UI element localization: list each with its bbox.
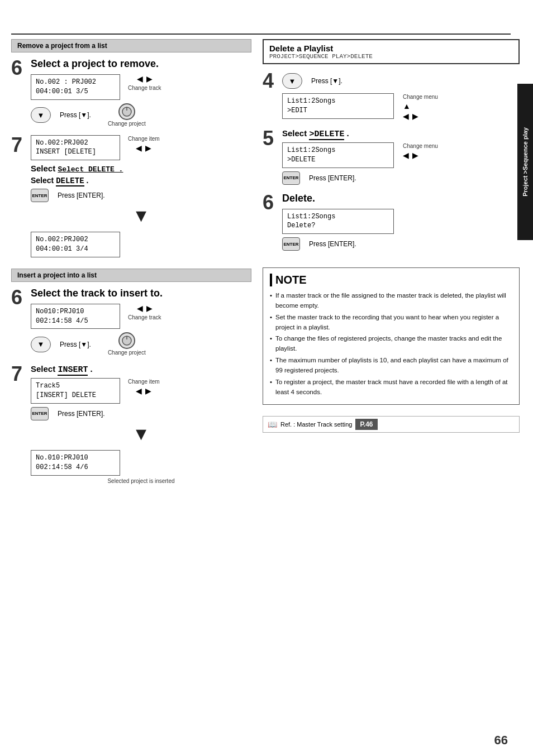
step6-press-label: Press [▼]. <box>60 111 91 119</box>
right-arrow-icon: ▶ <box>146 74 153 83</box>
step6-nav-arrows: ◀ ▶ <box>137 74 153 83</box>
step5-enter-row: ENTER Press [ENTER]. <box>282 171 520 185</box>
step6-num: 6 <box>11 58 22 78</box>
right-arrow6-icon: ▶ <box>412 151 418 160</box>
lcd-r3-l1: No.002:PRJ002 <box>36 235 115 245</box>
step4-menu: Change menu ▲ ◀ ▶ <box>403 93 438 121</box>
step6-content: Select a project to remove. No.002 : PRJ… <box>31 58 251 127</box>
enter-btn-4[interactable]: ENTER <box>282 237 300 251</box>
delete-label-text: Select DELETE . <box>58 165 123 174</box>
sidebar-tab: Project >Sequence play <box>517 84 533 240</box>
lcd-del-3: List1:2Songs Delete? <box>282 209 394 235</box>
down-arrow2-icon: ▼ <box>37 340 45 348</box>
step5-press-enter: Press [ENTER]. <box>309 174 356 182</box>
big-arrow-1: ▼ <box>31 205 251 226</box>
arrow-down-btn-3[interactable]: ▼ <box>282 73 302 89</box>
note-item-3: To change the files of registered projec… <box>270 334 512 354</box>
step4-lr-nav: ◀ ▶ <box>403 112 418 121</box>
main-content: Remove a project from a list 6 Select a … <box>11 39 511 745</box>
lcd-r2-l1: No.002:PRJ002 <box>36 138 115 148</box>
lcd-ins-l1: No010:PRJ010 <box>36 307 115 317</box>
change-project-ins-label: Change project <box>108 349 146 356</box>
step5-num: 5 <box>263 128 274 149</box>
dial-ins-control: Change project <box>108 332 146 356</box>
step6-ins-press-row: ▼ Press [▼]. Change project <box>31 332 251 356</box>
enter-btn-1[interactable]: ENTER <box>31 189 49 202</box>
lcd-ins3-l2: 002:14:58 4/6 <box>36 463 115 472</box>
step6-remove: 6 Select a project to remove. No.002 : P… <box>11 58 251 127</box>
lcd-d1-l1: List1:2Songs <box>287 97 389 106</box>
step7-row1: No.002:PRJ002 INSERT [DELETE] Change ite… <box>31 135 251 161</box>
note-section: NOTE If a master track or the file assig… <box>263 267 520 405</box>
step6-insert: 6 Select the track to insert to. No010:P… <box>11 288 251 357</box>
right-arrow5-icon: ▶ <box>412 112 418 121</box>
dial-control: Change project <box>108 103 146 127</box>
note-item-2: Set the master track to the recording th… <box>270 313 512 333</box>
page-number: 66 <box>494 733 508 748</box>
down-arrow-icon: ▼ <box>37 111 45 119</box>
left-arrow5-icon: ◀ <box>403 112 409 121</box>
step6-r-title: Delete. <box>282 193 520 204</box>
lcd-r2-l2: INSERT [DELETE] <box>36 147 115 157</box>
enter-btn-2[interactable]: ENTER <box>31 407 49 420</box>
lcd-ins-l2: 002:14:58 4/5 <box>36 317 115 326</box>
left-arrow4-icon: ◀ <box>136 386 142 395</box>
lcd-d3-l1: List1:2Songs <box>287 212 389 222</box>
playlist-title: Delete a Playlist <box>269 44 513 53</box>
step7-num: 7 <box>11 135 22 155</box>
step6-ins-content: Select the track to insert to. No010:PRJ… <box>31 288 251 357</box>
step5-lcd-row: List1:2Songs >DELETE Change menu ◀ ▶ <box>282 142 520 168</box>
step7-ins-enter-row: ENTER Press [ENTER]. <box>31 407 251 420</box>
step7-ins-num: 7 <box>11 364 22 384</box>
change-item-ins-label: Change item <box>128 378 160 385</box>
right-arrow3-icon: ▶ <box>146 304 153 313</box>
step7-insert: 7 Select INSERT . Track5 [INSERT] DELETE… <box>11 364 251 484</box>
step4-num: 4 <box>263 71 274 91</box>
sidebar-label: Project >Sequence play <box>522 127 529 197</box>
lcd-del-2: List1:2Songs >DELETE <box>282 142 394 168</box>
change-menu-2: Change menu <box>403 142 438 150</box>
note-title: NOTE <box>270 274 512 286</box>
step5-select: Select >DELETE . <box>282 128 520 139</box>
change-track-ins-label: Change track <box>128 314 161 321</box>
top-divider <box>11 34 511 35</box>
right-column: Delete a Playlist PROJECT>SEQUENCE PLAY>… <box>263 39 520 433</box>
dial-icon[interactable] <box>118 103 135 120</box>
section2-header: Insert a project into a list <box>11 269 251 282</box>
arrow-down-btn-1[interactable]: ▼ <box>31 107 51 123</box>
left-arrow3-icon: ◀ <box>137 304 143 313</box>
ref-book-icon: 📖 <box>268 420 277 429</box>
arrow-down-btn-2[interactable]: ▼ <box>31 337 51 352</box>
step7-remove: 7 No.002:PRJ002 INSERT [DELETE] Change i… <box>11 135 251 257</box>
step5-content: Select >DELETE . List1:2Songs >DELETE Ch… <box>282 128 520 185</box>
lcd-del-1: List1:2Songs >EDIT <box>282 93 394 119</box>
lcd-ins-3: No.010:PRJ010 002:14:58 4/6 <box>31 450 120 476</box>
step6-ins-title: Select the track to insert to. <box>31 288 251 299</box>
left-arrow6-icon: ◀ <box>403 151 409 160</box>
note-item-5: To register a project, the master track … <box>270 377 512 398</box>
page-container: Project >Sequence play Remove a project … <box>0 0 533 756</box>
step6-press-row: ▼ Press [▼]. Change project <box>31 103 251 127</box>
left-arrow2-icon: ◀ <box>136 143 142 152</box>
dial-ins-icon[interactable] <box>118 332 135 349</box>
step7-controls: Change item ◀ ▶ <box>128 135 160 152</box>
lcd-remove-1: No.002 : PRJ002 004:00:01 3/5 <box>31 74 120 100</box>
step6-title: Select a project to remove. <box>31 58 251 70</box>
enter-btn-3[interactable]: ENTER <box>282 171 300 185</box>
step5-right: 5 Select >DELETE . List1:2Songs >DELETE … <box>263 128 520 185</box>
step6-r-enter-row: ENTER Press [ENTER]. <box>282 237 520 251</box>
step6-controls: ◀ ▶ Change track <box>128 74 161 92</box>
step4-nav: ▲ <box>403 102 411 111</box>
ref-label: Ref. : Master Track setting <box>280 421 352 428</box>
step7-content: No.002:PRJ002 INSERT [DELETE] Change ite… <box>31 135 251 257</box>
step5-menu: Change menu ◀ ▶ <box>403 142 438 160</box>
step4-right: 4 ▼ Press [▼]. List1:2Songs >EDIT <box>263 71 520 121</box>
right-arrow4-icon: ▶ <box>145 386 151 395</box>
lcd-ins2-l1: Track5 <box>36 381 115 391</box>
step7-ins-press-enter: Press [ENTER]. <box>58 410 105 418</box>
down-arrow3-icon: ▼ <box>289 77 296 85</box>
step7-enter-row: ENTER Press [ENTER]. <box>31 189 251 202</box>
right-arrow2-icon: ▶ <box>145 143 151 152</box>
step6-r-content: Delete. List1:2Songs Delete? ENTER Press… <box>282 193 520 251</box>
lcd-r1-l2: 004:00:01 3/5 <box>36 87 115 97</box>
